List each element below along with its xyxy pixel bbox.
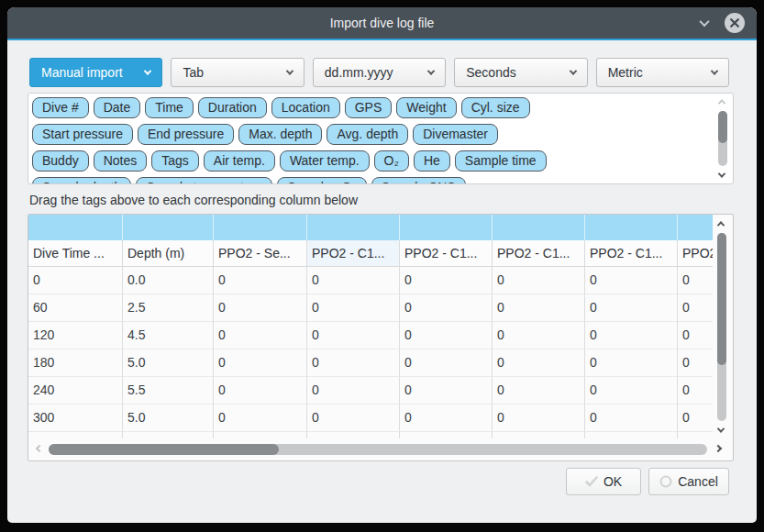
table-horizontal-scrollbar[interactable] — [28, 441, 733, 458]
dialog-footer: OK Cancel — [7, 468, 729, 495]
column-header[interactable]: PPO2 - C1... — [493, 240, 585, 267]
table-row: 3005.0000000 — [28, 405, 713, 432]
titlebar[interactable]: Import dive log file — [7, 7, 757, 39]
table-cell: 0 — [585, 267, 678, 294]
tag-time[interactable]: Time — [145, 97, 194, 118]
column-header[interactable]: PPO2 - C1... — [400, 240, 493, 267]
scrollbar-track[interactable] — [49, 444, 707, 455]
tag-max-depth[interactable]: Max. depth — [238, 124, 322, 145]
import-mode-value: Manual import — [41, 65, 123, 80]
column-drop-target[interactable] — [28, 215, 123, 240]
tag-avg-depth[interactable]: Avg. depth — [327, 124, 408, 145]
column-header[interactable]: Dive Time ... — [28, 240, 123, 267]
window-title: Import dive log file — [330, 16, 435, 30]
scroll-up-icon[interactable] — [717, 221, 725, 228]
close-button[interactable] — [725, 13, 745, 33]
field-separator-value: Tab — [183, 65, 204, 80]
column-header[interactable]: PPO2 - C1... — [307, 240, 400, 267]
tag-end-pressure[interactable]: End pressure — [138, 124, 234, 145]
table-cell: 4.5 — [123, 322, 214, 349]
field-separator-select[interactable]: Tab — [171, 58, 304, 87]
table-cell: 0 — [28, 267, 123, 294]
tag-date[interactable]: Date — [94, 97, 141, 118]
shade-button[interactable] — [696, 15, 713, 31]
table-cell — [214, 432, 307, 438]
table-cell: 0 — [585, 377, 678, 405]
tag-cyl-size[interactable]: Cyl. size — [461, 97, 530, 118]
scroll-up-icon[interactable] — [718, 99, 725, 106]
table-cell: 0 — [585, 294, 678, 322]
table-cell: 0 — [493, 377, 585, 405]
ok-button[interactable]: OK — [566, 468, 641, 495]
cancel-label: Cancel — [678, 474, 718, 489]
table-cell: 0 — [214, 405, 307, 432]
column-header[interactable]: Depth (m) — [123, 240, 214, 267]
table-cell: 0 — [214, 349, 307, 377]
column-drop-target[interactable] — [678, 215, 713, 240]
scroll-right-icon[interactable] — [714, 445, 722, 452]
tag-duration[interactable]: Duration — [198, 97, 267, 118]
table-cell: 0 — [678, 377, 713, 405]
table-cell: 0 — [307, 294, 400, 322]
tag-tags[interactable]: Tags — [151, 150, 199, 172]
tag-gps[interactable]: GPS — [345, 97, 393, 118]
import-mode-select[interactable]: Manual import — [29, 58, 162, 87]
tag-row: Sample depthSample temperatureSample pO₂… — [32, 177, 709, 184]
column-drop-target[interactable] — [493, 215, 585, 240]
chevron-down-icon — [144, 67, 151, 74]
tag-start-pressure[interactable]: Start pressure — [32, 124, 133, 145]
column-drop-target[interactable] — [307, 215, 400, 240]
table-cell: 0 — [678, 349, 713, 377]
column-drop-target[interactable] — [585, 215, 678, 240]
table-cell: 0.0 — [123, 267, 214, 294]
ok-label: OK — [603, 474, 622, 489]
scroll-down-icon[interactable] — [718, 170, 725, 177]
table-row: 1204.5000000 — [28, 322, 713, 349]
scrollbar-thumb[interactable] — [49, 444, 279, 455]
tag-sample-temperature[interactable]: Sample temperature — [136, 177, 272, 184]
scrollbar-track[interactable] — [718, 111, 727, 166]
tag-sample-depth[interactable]: Sample depth — [32, 177, 131, 184]
tag-divemaster[interactable]: Divemaster — [413, 124, 498, 145]
scrollbar-thumb[interactable] — [718, 111, 727, 143]
table-cell: 0 — [678, 267, 713, 294]
tag-sample-cns[interactable]: Sample CNS — [371, 177, 466, 184]
tag-row: Dive #DateTimeDurationLocationGPSWeightC… — [32, 97, 709, 124]
tags-vertical-scrollbar[interactable] — [715, 95, 730, 182]
tag-dive[interactable]: Dive # — [32, 97, 89, 118]
units-select[interactable]: Metric — [596, 58, 729, 87]
tag-weight[interactable]: Weight — [396, 97, 456, 118]
column-header[interactable]: PPO2 - Se... — [214, 240, 307, 267]
tag-sample-po[interactable]: Sample pO₂ — [277, 177, 366, 184]
tag-air-temp[interactable]: Air temp. — [204, 150, 275, 172]
table-cell — [307, 432, 400, 438]
scrollbar-thumb[interactable] — [717, 233, 726, 365]
cancel-icon — [659, 475, 672, 488]
scroll-left-icon[interactable] — [36, 445, 43, 452]
date-format-select[interactable]: dd.mm.yyyy — [313, 58, 446, 87]
table-cell: 0 — [493, 322, 585, 349]
tag-he[interactable]: He — [414, 150, 450, 172]
column-header[interactable]: PPO2 - C1... — [678, 240, 713, 267]
scroll-down-icon[interactable] — [717, 425, 725, 432]
table-row: 00.0000000 — [28, 267, 713, 294]
column-drop-target[interactable] — [123, 215, 214, 240]
time-format-value: Seconds — [466, 65, 515, 80]
scrollbar-track[interactable] — [717, 233, 726, 421]
tag-buddy[interactable]: Buddy — [32, 150, 89, 172]
cancel-button[interactable]: Cancel — [648, 468, 729, 495]
drop-target-row — [28, 215, 713, 240]
tag-water-temp[interactable]: Water temp. — [280, 150, 370, 172]
column-drop-target[interactable] — [400, 215, 493, 240]
column-drop-target[interactable] — [214, 215, 307, 240]
column-header[interactable]: PPO2 - C1... — [585, 240, 678, 267]
tag-location[interactable]: Location — [271, 97, 340, 118]
table-vertical-scrollbar[interactable] — [714, 217, 729, 437]
screen: Import dive log file Manual import — [0, 0, 764, 532]
tag-o[interactable]: O₂ — [374, 150, 409, 172]
table-row: 1805.0000000 — [28, 349, 713, 377]
tag-sample-time[interactable]: Sample time — [455, 150, 547, 172]
tag-notes[interactable]: Notes — [94, 150, 148, 172]
time-format-select[interactable]: Seconds — [454, 58, 587, 87]
table-cell — [400, 432, 493, 438]
